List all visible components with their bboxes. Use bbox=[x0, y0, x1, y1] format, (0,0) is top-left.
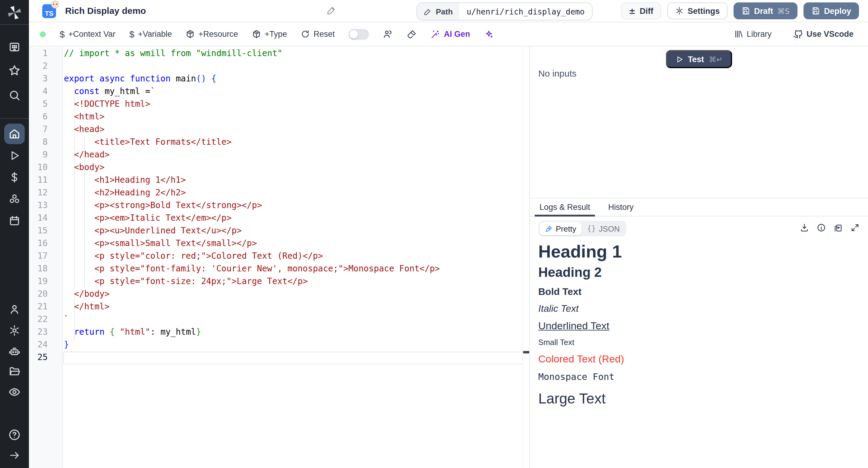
resources-cubes-icon[interactable] bbox=[8, 193, 21, 205]
typescript-badge: TS bbox=[42, 4, 56, 18]
code-line[interactable]: <p><em>Italic Text</em></p> bbox=[64, 212, 523, 224]
code-line[interactable] bbox=[64, 60, 523, 72]
line-number: 25 bbox=[29, 351, 62, 364]
code-line[interactable]: } bbox=[64, 338, 523, 351]
apps-icon[interactable] bbox=[8, 41, 21, 53]
schedules-calendar-icon[interactable] bbox=[8, 215, 21, 227]
package-icon bbox=[186, 30, 195, 38]
line-number: 21 bbox=[29, 300, 62, 313]
code-editor[interactable]: 1234567891011121314151617181920212223242… bbox=[29, 47, 529, 468]
sparkles-icon[interactable] bbox=[484, 29, 494, 39]
ai-gen-button[interactable]: AI Gen bbox=[431, 29, 470, 39]
code-line[interactable]: <p><small>Small Text</small></p> bbox=[64, 237, 523, 250]
folders-icon[interactable] bbox=[8, 365, 21, 378]
rendered-result: Heading 1Heading 2Bold TextItalic TextUn… bbox=[530, 241, 868, 407]
result-large: Large Text bbox=[538, 390, 868, 407]
code-line[interactable]: ` bbox=[64, 313, 523, 326]
code-lines[interactable]: // import * as wmill from "windmill-clie… bbox=[64, 47, 523, 364]
tab-history[interactable]: History bbox=[607, 198, 635, 216]
code-line[interactable]: <p style="color: red;">Colored Text (Red… bbox=[64, 250, 523, 262]
add-type-button[interactable]: +Type bbox=[252, 30, 287, 38]
code-line[interactable]: <head> bbox=[64, 123, 523, 136]
line-number: 18 bbox=[29, 262, 62, 275]
code-line[interactable]: <p style="font-size: 24px;">Large Text</… bbox=[64, 275, 523, 288]
code-line[interactable]: <h1>Heading 1</h1> bbox=[64, 174, 523, 186]
code-line[interactable]: // import * as wmill from "windmill-clie… bbox=[64, 47, 523, 60]
line-number: 5 bbox=[29, 98, 62, 110]
package-icon bbox=[252, 30, 261, 38]
favorites-star-icon[interactable] bbox=[8, 64, 21, 77]
code-line[interactable]: <p><u>Underlined Text</u></p> bbox=[64, 224, 523, 237]
view-json-button[interactable]: {}JSON bbox=[582, 222, 625, 235]
tab-logs-result[interactable]: Logs & Result bbox=[538, 198, 591, 216]
help-icon[interactable] bbox=[8, 429, 21, 441]
reset-button[interactable]: Reset bbox=[301, 30, 335, 38]
path-label-segment: Path bbox=[417, 3, 459, 20]
result-tabs: Logs & ResultHistory bbox=[530, 198, 868, 216]
home-icon[interactable] bbox=[8, 128, 21, 140]
library-button[interactable]: Library bbox=[734, 30, 772, 38]
expand-icon[interactable] bbox=[850, 223, 860, 232]
diff-button[interactable]: ± Diff bbox=[621, 2, 661, 19]
code-line[interactable]: <title>Text Formats</title> bbox=[64, 136, 523, 148]
draft-shortcut: ⌘S bbox=[777, 6, 789, 16]
copy-result-icon[interactable] bbox=[834, 223, 843, 232]
info-icon[interactable] bbox=[817, 223, 826, 232]
code-line[interactable]: <h2>Heading 2</h2> bbox=[64, 186, 523, 199]
download-icon[interactable] bbox=[800, 223, 809, 232]
deploy-button[interactable]: Deploy bbox=[804, 2, 859, 19]
windmill-logo-icon[interactable] bbox=[7, 5, 22, 21]
code-line[interactable]: <html> bbox=[64, 110, 523, 123]
result-red: Colored Text (Red) bbox=[538, 353, 868, 365]
path-field[interactable]: Path u/henri/rich_display_demo bbox=[416, 2, 592, 21]
settings-button[interactable]: Settings bbox=[667, 2, 728, 19]
result-controls: Pretty{}JSON bbox=[530, 216, 868, 241]
workers-robot-icon[interactable] bbox=[8, 345, 21, 358]
line-number: 12 bbox=[29, 186, 62, 199]
code-line[interactable]: <!DOCTYPE html> bbox=[64, 98, 523, 110]
code-line[interactable]: <p><strong>Bold Text</strong></p> bbox=[64, 199, 523, 212]
collab-toggle[interactable] bbox=[349, 29, 369, 39]
code-line[interactable]: </html> bbox=[64, 300, 523, 313]
format-brush-icon[interactable] bbox=[407, 29, 417, 39]
top-header: TS Rich Display demo Path u/henri/rich_d… bbox=[29, 0, 868, 22]
users-icon[interactable] bbox=[383, 29, 393, 39]
line-number: 8 bbox=[29, 136, 62, 148]
test-button[interactable]: Test ⌘↵ bbox=[665, 50, 733, 68]
expand-sidebar-arrow-icon[interactable] bbox=[9, 449, 20, 461]
line-number: 17 bbox=[29, 250, 62, 262]
code-line[interactable]: return { "html": my_html} bbox=[64, 326, 523, 338]
plus-minus-icon: ± bbox=[629, 6, 636, 16]
result-mono: Monospace Font bbox=[538, 372, 868, 382]
line-number: 4 bbox=[29, 85, 62, 98]
use-vscode-button[interactable]: Use VScode bbox=[793, 29, 854, 39]
search-icon[interactable] bbox=[8, 89, 21, 101]
gear-icon bbox=[675, 7, 684, 15]
code-line[interactable]: export async function main() { bbox=[64, 72, 523, 85]
path-value[interactable]: u/henri/rich_display_demo bbox=[459, 3, 592, 20]
runs-play-icon[interactable] bbox=[9, 150, 20, 161]
code-line[interactable] bbox=[64, 351, 523, 364]
no-inputs-text: No inputs bbox=[538, 68, 577, 79]
audit-eye-icon[interactable] bbox=[8, 386, 21, 398]
add-resource-button[interactable]: +Resource bbox=[186, 30, 238, 38]
dollar-icon: $ bbox=[129, 29, 134, 39]
add-variable-button[interactable]: $ +Variable bbox=[129, 29, 172, 39]
code-line[interactable]: </head> bbox=[64, 148, 523, 161]
play-icon bbox=[675, 55, 683, 63]
code-line[interactable]: <p style="font-family: 'Courier New', mo… bbox=[64, 262, 523, 275]
view-pretty-button[interactable]: Pretty bbox=[539, 222, 582, 235]
right-panel: Test ⌘↵ No inputs Logs & ResultHistory P… bbox=[529, 47, 868, 468]
user-icon[interactable] bbox=[8, 303, 21, 315]
code-line[interactable]: const my_html =` bbox=[64, 85, 523, 98]
add-context-var-button[interactable]: $ +Context Var bbox=[60, 29, 116, 39]
line-number: 6 bbox=[29, 110, 62, 123]
draft-button[interactable]: Draft ⌘S bbox=[734, 2, 798, 19]
variables-dollar-icon[interactable] bbox=[9, 172, 20, 183]
sidebar-divider bbox=[0, 24, 29, 25]
code-line[interactable]: <body> bbox=[64, 161, 523, 174]
edit-summary-pencil-icon[interactable] bbox=[327, 5, 336, 18]
result-bold: Bold Text bbox=[538, 287, 868, 297]
settings-gear-icon[interactable] bbox=[8, 324, 21, 337]
code-line[interactable]: </body> bbox=[64, 288, 523, 300]
